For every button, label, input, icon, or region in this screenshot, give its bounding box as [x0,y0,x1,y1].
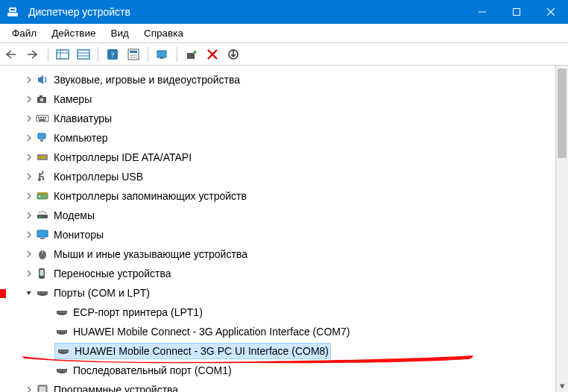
chevron-right-icon[interactable] [24,268,34,279]
camera-icon [36,92,49,106]
tree-node-label: Контроллеры USB [54,171,143,183]
keyboard-icon [36,112,49,125]
chevron-right-icon[interactable] [24,171,34,182]
tree-node[interactable]: Переносные устройства [0,264,568,283]
tree-node-label: Контроллеры запоминающих устройств [54,190,247,202]
svg-rect-20 [160,57,164,59]
tree-node-label: Клавиатуры [54,113,112,124]
svg-rect-35 [40,139,43,142]
svg-rect-0 [7,13,18,16]
menu-help[interactable]: Справка [136,25,191,41]
svg-point-75 [64,350,65,351]
chevron-right-icon[interactable] [24,75,34,85]
tree-node-label: Последовательный порт (COM1) [73,364,232,376]
toolbar-details-button[interactable] [74,45,93,63]
tree-node[interactable]: Модемы [0,206,568,225]
svg-point-56 [41,292,42,293]
toolbar-properties-button[interactable] [124,45,143,63]
storage-icon [36,189,49,203]
toolbar-update-driver-button[interactable] [182,45,201,63]
tree-node[interactable]: Камеры [0,89,568,109]
tree-node[interactable]: Контроллеры запоминающих устройств [0,186,568,206]
chevron-down-icon[interactable] [24,288,34,298]
toolbar-uninstall-button[interactable] [203,45,222,63]
tree-node[interactable]: HUAWEI Mobile Connect - 3G Application I… [0,322,568,341]
svg-rect-29 [38,117,40,118]
svg-point-40 [42,178,44,180]
toolbar-separator [148,47,148,62]
device-tree[interactable]: Звуковые, игровые и видеоустройстваКамер… [0,66,568,392]
svg-rect-33 [39,119,45,121]
chevron-right-icon[interactable] [24,210,34,221]
svg-rect-10 [78,50,89,59]
chevron-right-icon[interactable] [24,133,34,143]
svg-rect-4 [514,9,520,16]
port-icon [55,325,69,338]
svg-point-67 [58,331,59,332]
svg-point-70 [65,331,66,332]
svg-rect-32 [45,117,46,118]
tree-node[interactable]: Мыши и иные указывающие устройства [0,244,568,264]
svg-point-26 [40,98,44,102]
tree-node[interactable]: Звуковые, игровые и видеоустройства [0,70,568,89]
svg-rect-27 [40,95,42,97]
minimize-button[interactable] [465,0,499,24]
tree-node[interactable]: Контроллеры IDE ATA/ATAPI [0,148,568,167]
mouse-icon [36,247,49,261]
tree-node-label: HUAWEI Mobile Connect - 3G Application I… [73,326,350,338]
chevron-right-icon[interactable] [24,191,34,201]
chevron-right-icon[interactable] [24,94,34,104]
menu-file[interactable]: Файл [4,25,44,41]
back-button[interactable] [3,45,22,63]
menubar: Файл Действие Вид Справка [0,24,568,43]
tree-node-label: HUAWEI Mobile Connect - 3G PC UI Interfa… [75,345,329,357]
tree-node[interactable]: Контроллеры USB [0,167,568,186]
svg-point-73 [60,350,60,351]
svg-point-69 [63,331,63,332]
toolbar-help-button[interactable]: ? [103,45,122,63]
tree-node[interactable]: Последовательный порт (COM1) [0,361,568,380]
toolbar-view-button[interactable] [53,45,72,63]
window-buttons [465,0,568,24]
tree-node[interactable]: ECP-порт принтера (LPT1) [0,303,568,322]
tree-node[interactable]: Программные устройства [0,380,568,392]
tree-node-label: Компьютер [54,132,107,144]
svg-rect-19 [157,51,166,57]
svg-point-42 [39,196,40,197]
maximize-button[interactable] [499,0,534,24]
modem-icon [36,209,49,222]
svg-rect-31 [42,117,44,118]
tree-node-label: ECP-порт принтера (LPT1) [73,306,203,318]
tree-node-label: Модемы [54,209,95,221]
vertical-scrollbar[interactable]: ▴ ▾ [555,66,568,392]
svg-point-80 [60,370,61,370]
scroll-down-button[interactable]: ▾ [556,379,568,392]
menu-view[interactable]: Вид [104,25,136,41]
svg-rect-84 [40,387,45,392]
scroll-thumb[interactable] [558,69,567,158]
tree-node[interactable]: Мониторы [0,225,568,244]
tree-node[interactable]: HUAWEI Mobile Connect - 3G PC UI Interfa… [0,341,568,361]
svg-rect-47 [37,230,48,237]
toolbar: ? [0,43,568,66]
chevron-right-icon[interactable] [24,385,34,392]
tree-node[interactable]: Порты (COM и LPT) [0,283,568,303]
menu-action[interactable]: Действие [44,25,103,41]
toolbar-disable-button[interactable] [224,45,243,63]
close-button[interactable] [534,0,568,24]
port-icon [57,344,70,358]
svg-rect-2 [10,9,15,10]
software-icon [36,383,49,392]
svg-point-68 [60,331,61,332]
chevron-placeholder [43,346,54,356]
svg-point-55 [39,292,40,293]
tree-node[interactable]: Клавиатуры [0,109,568,128]
chevron-right-icon[interactable] [24,113,34,124]
toolbar-scan-button[interactable] [153,45,172,63]
forward-button[interactable] [24,45,43,63]
chevron-right-icon[interactable] [24,152,34,162]
chevron-right-icon[interactable] [24,249,34,259]
tree-node[interactable]: Компьютер [0,128,568,148]
chevron-right-icon[interactable] [24,230,34,240]
tree-node-label: Мыши и иные указывающие устройства [54,248,247,260]
